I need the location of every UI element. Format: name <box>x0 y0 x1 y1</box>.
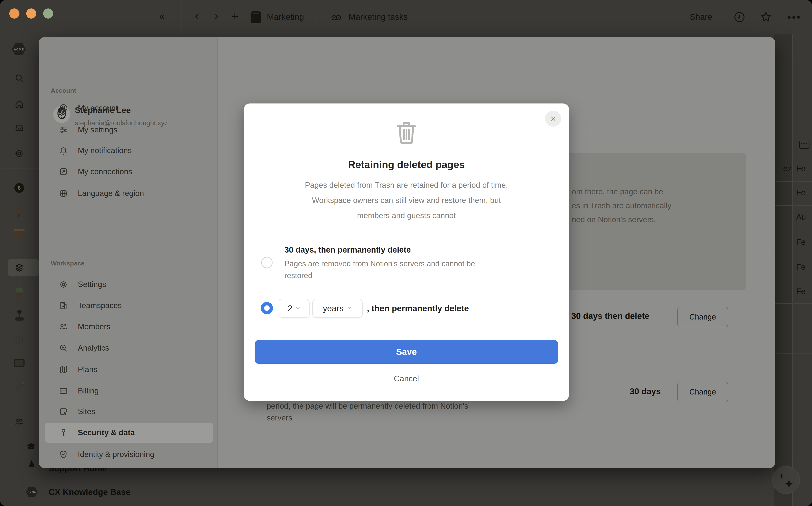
strip-selected-item[interactable] <box>8 259 39 276</box>
forward-icon[interactable]: › <box>214 9 218 23</box>
retention-footer-line: servers <box>267 414 292 422</box>
sidebar-item-teamspaces[interactable]: Teamspaces <box>45 296 213 316</box>
radio-custom-period[interactable] <box>261 302 273 314</box>
sliders-icon <box>59 125 68 135</box>
sidebar-item-my-notifications[interactable]: My notifications <box>45 141 213 161</box>
back-icon[interactable]: ‹ <box>195 9 199 23</box>
traffic-close-button[interactable] <box>9 8 19 19</box>
retention-footer-line: period, the page will be permanently del… <box>267 402 468 411</box>
save-button[interactable]: Save <box>255 340 558 364</box>
sidebar-item-my-connections[interactable]: My connections <box>45 162 213 182</box>
calendar-icon <box>799 141 809 149</box>
sidebar-item-plans[interactable]: Plans <box>45 360 213 380</box>
table-cell: Fe <box>796 164 805 173</box>
sidebar-item-settings[interactable]: Settings <box>45 274 213 294</box>
shield-check-icon <box>59 450 68 459</box>
dialog-description-line: Workspace owners can still view and rest… <box>244 196 569 205</box>
graduation-cap-icon[interactable] <box>26 442 36 451</box>
sidebar-item-analytics[interactable]: Analytics <box>45 338 213 358</box>
table-cell: Au <box>796 213 806 222</box>
strip-divider <box>3 169 39 169</box>
option1-subtext-line: Pages are removed from Notion's servers … <box>284 259 475 268</box>
change-button[interactable]: Change <box>677 382 728 402</box>
unit-dropdown[interactable]: years <box>312 299 363 318</box>
table-cell: Fe <box>796 262 805 272</box>
table-cell: ez <box>778 164 792 173</box>
trash-icon <box>395 120 417 145</box>
traffic-minimize-button[interactable] <box>26 8 37 19</box>
option1-label: 30 days, then permanently delete <box>284 245 411 254</box>
sidebar-item-members[interactable]: Members <box>45 317 213 337</box>
gear-icon <box>59 280 68 289</box>
retaining-deleted-pages-dialog: × Retaining deleted pages Pages deleted … <box>244 103 569 401</box>
magnifier-sparkle-icon <box>59 343 68 353</box>
tv-icon[interactable] <box>14 359 24 367</box>
info-text-line: ned on Notion's servers. <box>572 215 656 224</box>
box-icon[interactable] <box>14 229 24 237</box>
account-section-header: Account <box>51 87 76 94</box>
people-icon[interactable] <box>14 417 24 427</box>
number-dropdown[interactable]: 2 <box>279 299 310 318</box>
sidebar-item-billing[interactable]: Billing <box>45 381 213 401</box>
sidebar-collapse-icon[interactable]: « <box>159 10 165 22</box>
table-cell: Fe <box>796 287 805 296</box>
sidebar-item-language-region[interactable]: Language & region <box>45 183 213 203</box>
option2-suffix: , then permanently delete <box>367 304 469 313</box>
browser-cursor-icon <box>59 407 68 416</box>
sidebar-item-my-account[interactable]: My account <box>45 98 213 118</box>
favorite-star-icon[interactable] <box>759 11 772 23</box>
workspace-logo[interactable]: ACME <box>12 43 26 55</box>
home-icon[interactable] <box>14 99 24 109</box>
marketing-page-icon[interactable] <box>251 11 261 23</box>
map-icon <box>59 365 68 374</box>
option1-subtext-line: restored <box>284 271 312 280</box>
sidebar-item-sites[interactable]: Sites <box>45 402 213 422</box>
sidebar-item-content-search[interactable]: Content search <box>45 466 213 468</box>
dialog-title: Retaining deleted pages <box>244 159 569 170</box>
more-options-icon[interactable] <box>787 15 801 19</box>
notion-window: « ‹ › + Marketing / Marketing tasks Shar… <box>0 0 812 506</box>
traffic-zoom-button[interactable] <box>43 8 53 19</box>
cx-knowledge-base-link[interactable]: CX Knowledge Base <box>49 487 130 497</box>
sidebar-item-security-data[interactable]: Security & data <box>45 423 213 443</box>
sparkle-icon <box>784 478 795 489</box>
members-icon <box>59 322 68 331</box>
arrow-out-square-icon <box>59 167 68 176</box>
marketing-tasks-icon <box>330 12 342 22</box>
breadcrumb-separator: / <box>315 12 318 22</box>
bell-icon <box>59 146 68 155</box>
clock-icon[interactable] <box>733 11 746 23</box>
background-table: ez Fe Fe Au Fe Fe Fe <box>774 34 812 506</box>
eight-ball-icon[interactable]: 8 <box>14 183 24 193</box>
building-icon <box>59 301 68 310</box>
cancel-button[interactable]: Cancel <box>244 374 569 383</box>
close-icon[interactable]: × <box>545 111 561 127</box>
inbox-icon[interactable] <box>14 123 24 133</box>
ai-sparkle-button[interactable] <box>772 466 800 494</box>
retain-setting-value: 30 days then delete <box>571 311 650 321</box>
breadcrumb-current[interactable]: Marketing tasks <box>348 12 408 22</box>
book-icon[interactable] <box>14 335 24 345</box>
radio-30-days[interactable] <box>261 257 273 268</box>
sidebar-item-my-settings[interactable]: My settings <box>45 120 213 140</box>
toolbar-divider <box>181 0 182 34</box>
key-icon <box>59 428 68 437</box>
dialog-description-line: members and guests cannot <box>244 211 569 220</box>
settings-sidebar: Account Stephanie Lee stephanie@toolsfor… <box>39 37 218 468</box>
mailbox-icon[interactable] <box>14 207 24 215</box>
gear-icon[interactable] <box>14 149 24 158</box>
chevron-down-icon <box>347 305 352 312</box>
table-cell: Fe <box>796 238 805 247</box>
new-page-icon[interactable]: + <box>231 9 239 23</box>
change-button[interactable]: Change <box>677 307 728 327</box>
cx-kb-icon: ACME <box>26 487 38 497</box>
globe-icon <box>59 189 68 198</box>
sidebar-item-identity-provisioning[interactable]: Identity & provisioning <box>45 444 213 465</box>
layers-icon <box>14 263 24 272</box>
share-button[interactable]: Share <box>690 12 713 22</box>
second-setting-value: 30 days <box>630 387 661 396</box>
dialog-description-line: Pages deleted from Trash are retained fo… <box>244 181 569 190</box>
chevron-down-icon <box>295 305 301 312</box>
breadcrumb-root[interactable]: Marketing <box>267 12 304 22</box>
search-icon[interactable] <box>14 73 24 83</box>
